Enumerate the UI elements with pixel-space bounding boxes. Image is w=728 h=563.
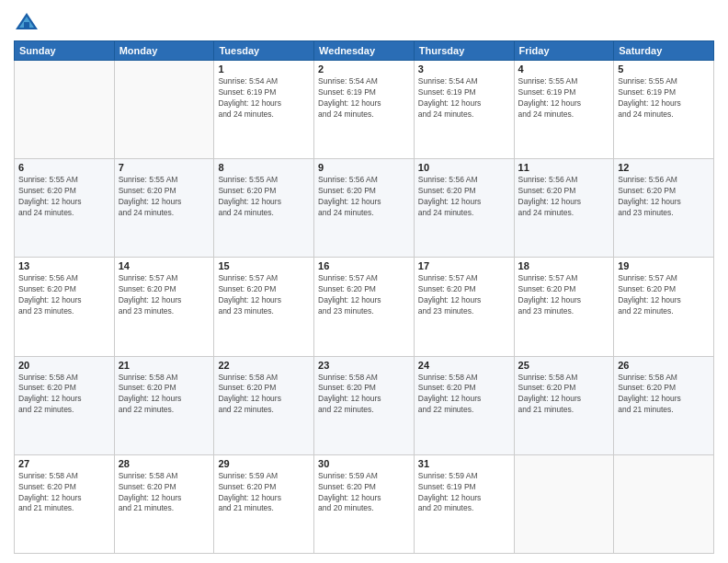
day-info: Sunrise: 5:58 AM Sunset: 6:20 PM Dayligh… [119,373,210,417]
weekday-header-thursday: Thursday [414,41,514,61]
day-number: 17 [418,260,510,271]
calendar-cell [614,454,714,553]
day-info: Sunrise: 5:55 AM Sunset: 6:20 PM Dayligh… [119,175,210,219]
day-number: 22 [218,360,310,371]
calendar-cell: 22Sunrise: 5:58 AM Sunset: 6:20 PM Dayli… [214,356,314,454]
day-info: Sunrise: 5:54 AM Sunset: 6:19 PM Dayligh… [318,76,410,121]
day-info: Sunrise: 5:57 AM Sunset: 6:20 PM Dayligh… [518,273,610,317]
calendar-cell: 1Sunrise: 5:54 AM Sunset: 6:19 PM Daylig… [214,61,314,159]
day-number: 4 [518,63,610,75]
weekday-header-wednesday: Wednesday [314,41,415,61]
day-number: 20 [18,360,110,371]
calendar-cell: 30Sunrise: 5:59 AM Sunset: 6:20 PM Dayli… [314,454,415,553]
day-info: Sunrise: 5:57 AM Sunset: 6:20 PM Dayligh… [418,273,510,317]
day-info: Sunrise: 5:58 AM Sunset: 6:20 PM Dayligh… [318,373,410,417]
weekday-header-monday: Monday [114,41,214,61]
day-number: 10 [418,162,510,173]
day-number: 15 [218,260,310,271]
header [14,9,714,35]
calendar-cell: 20Sunrise: 5:58 AM Sunset: 6:20 PM Dayli… [15,356,115,454]
day-info: Sunrise: 5:54 AM Sunset: 6:19 PM Dayligh… [418,76,510,121]
calendar-week-5: 27Sunrise: 5:58 AM Sunset: 6:20 PM Dayli… [15,454,714,553]
calendar-cell: 19Sunrise: 5:57 AM Sunset: 6:20 PM Dayli… [614,258,714,356]
day-info: Sunrise: 5:57 AM Sunset: 6:20 PM Dayligh… [618,273,710,317]
day-number: 8 [218,162,310,173]
calendar-cell: 4Sunrise: 5:55 AM Sunset: 6:19 PM Daylig… [514,61,614,159]
day-info: Sunrise: 5:55 AM Sunset: 6:20 PM Dayligh… [18,175,110,219]
calendar-cell [514,454,614,553]
calendar-cell: 2Sunrise: 5:54 AM Sunset: 6:19 PM Daylig… [314,61,415,159]
day-info: Sunrise: 5:57 AM Sunset: 6:20 PM Dayligh… [119,273,210,317]
calendar-cell: 27Sunrise: 5:58 AM Sunset: 6:20 PM Dayli… [15,454,115,553]
calendar-week-1: 1Sunrise: 5:54 AM Sunset: 6:19 PM Daylig… [15,61,714,159]
calendar-cell: 16Sunrise: 5:57 AM Sunset: 6:20 PM Dayli… [314,258,415,356]
weekday-header-saturday: Saturday [614,41,714,61]
day-info: Sunrise: 5:59 AM Sunset: 6:20 PM Dayligh… [318,471,410,515]
page: SundayMondayTuesdayWednesdayThursdayFrid… [0,0,728,563]
weekday-header-friday: Friday [514,41,614,61]
calendar-cell: 18Sunrise: 5:57 AM Sunset: 6:20 PM Dayli… [514,258,614,356]
weekday-header-tuesday: Tuesday [214,41,314,61]
day-info: Sunrise: 5:56 AM Sunset: 6:20 PM Dayligh… [18,273,110,317]
weekday-header-sunday: Sunday [15,41,115,61]
day-info: Sunrise: 5:58 AM Sunset: 6:20 PM Dayligh… [618,373,710,417]
day-number: 28 [119,458,210,469]
day-number: 6 [18,162,110,173]
calendar-cell: 25Sunrise: 5:58 AM Sunset: 6:20 PM Dayli… [514,356,614,454]
calendar-cell: 26Sunrise: 5:58 AM Sunset: 6:20 PM Dayli… [614,356,714,454]
day-number: 9 [318,162,410,173]
calendar-cell [15,61,115,159]
calendar-week-3: 13Sunrise: 5:56 AM Sunset: 6:20 PM Dayli… [15,258,714,356]
day-number: 16 [318,260,410,271]
day-info: Sunrise: 5:55 AM Sunset: 6:19 PM Dayligh… [618,76,710,121]
day-info: Sunrise: 5:56 AM Sunset: 6:20 PM Dayligh… [318,175,410,219]
day-info: Sunrise: 5:58 AM Sunset: 6:20 PM Dayligh… [418,373,510,417]
day-info: Sunrise: 5:59 AM Sunset: 6:20 PM Dayligh… [218,471,310,515]
day-number: 11 [518,162,610,173]
logo [14,9,43,35]
calendar-cell: 13Sunrise: 5:56 AM Sunset: 6:20 PM Dayli… [15,258,115,356]
calendar-cell: 14Sunrise: 5:57 AM Sunset: 6:20 PM Dayli… [114,258,214,356]
day-info: Sunrise: 5:58 AM Sunset: 6:20 PM Dayligh… [218,373,310,417]
calendar-cell: 9Sunrise: 5:56 AM Sunset: 6:20 PM Daylig… [314,159,415,258]
day-info: Sunrise: 5:55 AM Sunset: 6:20 PM Dayligh… [218,175,310,219]
day-number: 29 [218,458,310,469]
day-info: Sunrise: 5:57 AM Sunset: 6:20 PM Dayligh… [218,273,310,317]
calendar-cell: 7Sunrise: 5:55 AM Sunset: 6:20 PM Daylig… [114,159,214,258]
calendar-cell: 15Sunrise: 5:57 AM Sunset: 6:20 PM Dayli… [214,258,314,356]
day-number: 7 [119,162,210,173]
calendar-cell: 12Sunrise: 5:56 AM Sunset: 6:20 PM Dayli… [614,159,714,258]
calendar-cell: 31Sunrise: 5:59 AM Sunset: 6:19 PM Dayli… [414,454,514,553]
day-number: 19 [618,260,710,271]
day-info: Sunrise: 5:57 AM Sunset: 6:20 PM Dayligh… [318,273,410,317]
calendar-week-4: 20Sunrise: 5:58 AM Sunset: 6:20 PM Dayli… [15,356,714,454]
day-info: Sunrise: 5:56 AM Sunset: 6:20 PM Dayligh… [418,175,510,219]
calendar-cell: 5Sunrise: 5:55 AM Sunset: 6:19 PM Daylig… [614,61,714,159]
day-number: 24 [418,360,510,371]
day-info: Sunrise: 5:58 AM Sunset: 6:20 PM Dayligh… [518,373,610,417]
calendar-week-2: 6Sunrise: 5:55 AM Sunset: 6:20 PM Daylig… [15,159,714,258]
day-number: 31 [418,458,510,469]
day-number: 14 [119,260,210,271]
calendar-cell: 23Sunrise: 5:58 AM Sunset: 6:20 PM Dayli… [314,356,415,454]
day-info: Sunrise: 5:58 AM Sunset: 6:20 PM Dayligh… [18,373,110,417]
day-info: Sunrise: 5:54 AM Sunset: 6:19 PM Dayligh… [218,76,310,121]
day-info: Sunrise: 5:58 AM Sunset: 6:20 PM Dayligh… [18,471,110,515]
day-number: 27 [18,458,110,469]
day-number: 30 [318,458,410,469]
calendar-cell [114,61,214,159]
calendar-cell: 21Sunrise: 5:58 AM Sunset: 6:20 PM Dayli… [114,356,214,454]
day-info: Sunrise: 5:55 AM Sunset: 6:19 PM Dayligh… [518,76,610,121]
logo-icon [14,9,40,35]
day-info: Sunrise: 5:56 AM Sunset: 6:20 PM Dayligh… [618,175,710,219]
weekday-header-row: SundayMondayTuesdayWednesdayThursdayFrid… [15,41,714,61]
calendar-cell: 24Sunrise: 5:58 AM Sunset: 6:20 PM Dayli… [414,356,514,454]
calendar-cell: 10Sunrise: 5:56 AM Sunset: 6:20 PM Dayli… [414,159,514,258]
calendar-cell: 3Sunrise: 5:54 AM Sunset: 6:19 PM Daylig… [414,61,514,159]
day-number: 21 [119,360,210,371]
calendar-cell: 17Sunrise: 5:57 AM Sunset: 6:20 PM Dayli… [414,258,514,356]
calendar-table: SundayMondayTuesdayWednesdayThursdayFrid… [14,40,714,554]
day-info: Sunrise: 5:56 AM Sunset: 6:20 PM Dayligh… [518,175,610,219]
day-info: Sunrise: 5:58 AM Sunset: 6:20 PM Dayligh… [119,471,210,515]
day-number: 1 [218,63,310,75]
